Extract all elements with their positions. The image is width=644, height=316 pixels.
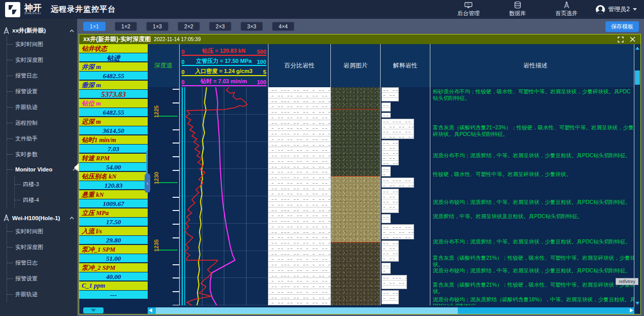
sidebar-item-label: 井眼轨迹: [15, 103, 38, 111]
sidebar-item-label: Monitor Video: [15, 166, 52, 172]
lithology-pattern-row: ⚊⚊ ⚊⚊⚊ ⚊⚊ ⚊⚊ ⚊ ⚊⚊ ⚊ ⚊ ⚊⚊ ⚊⚊⚊ ⚊⚊: [268, 295, 330, 300]
params-scrollbar[interactable]: [146, 151, 148, 175]
params-expand-button[interactable]: [83, 307, 104, 313]
legend-label: 钻时 = 7.03 min/m: [182, 78, 266, 85]
interp-lithology-bar-9: ⚊⚊ ⚊⚊⚊ ⚊⚊ ⚊⚊ ⚊ ⚊⚊ ⚊ ⚊ ⚊⚊ ⚊⚊⚊ ⚊⚊⚊ ⚊⚊ ⚊⚊ ⚊…: [382, 224, 414, 239]
scroll-up-icon[interactable]: [635, 47, 639, 50]
lithology-pattern-row: ⚊ ⚊⚊ ⚊⚊ ⚊⚊ ⚊ ⚊⚊ ⚊⚊ ⚊⚊ ⚊ ⚊⚊ ⚊⚊ ⚊: [382, 246, 398, 251]
param-label-5: 钻时1 min/m: [79, 135, 148, 145]
curve-wob: [185, 87, 247, 305]
cursor-tooltip: retfvtrey: [616, 278, 638, 285]
sidebar-item-报警日志[interactable]: 报警日志: [7, 68, 77, 84]
param-value-12: 40.00: [79, 272, 148, 282]
lithology-pattern-row: ⚊ ⚊⚊ ⚊⚊ ⚊⚊ ⚊ ⚊⚊ ⚊⚊ ⚊⚊ ⚊ ⚊⚊ ⚊⚊ ⚊: [268, 256, 330, 262]
lithology-description-8: 泥质分布较均；泥质胶结，中等。岩屑呈块状，少量豆粒状。具PDC钻头切削特征。: [433, 267, 635, 274]
lithology-pattern-row: ⚊⚊ ⚊⚊⚊ ⚊⚊ ⚊⚊ ⚊ ⚊⚊ ⚊ ⚊ ⚊⚊ ⚊⚊⚊ ⚊⚊: [382, 103, 390, 108]
column-header-cuttings-photo: 岩屑图片: [331, 44, 381, 87]
nav-database[interactable]: 数据库: [509, 2, 526, 17]
layout-button-1×2[interactable]: 1×2: [115, 22, 137, 31]
lithology-pattern-row: ⚊⚊ ⚊⚊⚊ ⚊⚊ ⚊⚊ ⚊ ⚊⚊ ⚊ ⚊ ⚊⚊ ⚊⚊⚊ ⚊⚊: [268, 229, 330, 235]
sidebar-item-四楼-3[interactable]: 四楼-3: [15, 177, 77, 192]
interp-lithology-bar-7: ⚊⚊ ⚊⚊⚊ ⚊⚊ ⚊⚊ ⚊ ⚊⚊ ⚊ ⚊ ⚊⚊ ⚊⚊⚊ ⚊⚊⚊ ⚊⚊ ⚊⚊ ⚊…: [382, 189, 399, 213]
param-label-7: 钻压别名 kN: [79, 172, 148, 181]
curve-track[interactable]: [180, 87, 268, 305]
nav-home-well-select[interactable]: 首页选井: [555, 2, 578, 17]
logo-en: SHENKAI: [24, 12, 42, 15]
sidebar-item-monitor-video[interactable]: Monitor Video: [7, 162, 77, 177]
nav-backend-management[interactable]: 后台管理: [457, 2, 480, 17]
lithology-pattern-row: ⚊⚊ ⚊⚊⚊ ⚊⚊ ⚊⚊ ⚊ ⚊⚊ ⚊ ⚊ ⚊⚊ ⚊⚊⚊ ⚊⚊: [268, 98, 330, 104]
lithology-pattern-row: ⚊ ⚊⚊ ⚊⚊ ⚊⚊ ⚊ ⚊⚊ ⚊⚊ ⚊⚊ ⚊ ⚊⚊ ⚊⚊ ⚊: [268, 93, 330, 98]
sidebar-item-报警设置[interactable]: 报警设置: [7, 271, 77, 287]
sidebar-item-远程控制[interactable]: 远程控制: [7, 115, 77, 131]
curve-inlet-density: [197, 87, 207, 305]
lithology-description-2: 泥质分布不均；泥质胶结，中等。岩屑呈块状，少量豆粒状。具PDC钻头切削特征。: [433, 152, 635, 159]
scroll-right-icon[interactable]: [630, 308, 633, 312]
sidebar-collapse-arrow-icon[interactable]: [74, 163, 79, 171]
lithology-pattern-row: ⚊ ⚊⚊ ⚊⚊ ⚊⚊ ⚊ ⚊⚊ ⚊⚊ ⚊⚊ ⚊ ⚊⚊ ⚊⚊ ⚊: [268, 267, 330, 273]
sidebar-item-实时深度图[interactable]: 实时深度图: [7, 239, 77, 255]
params-collapse-handle[interactable]: ‹: [145, 173, 150, 193]
panel-timestamp: 2022-11-14 17:05:39: [154, 37, 200, 42]
param-label-1: 井深 m: [79, 62, 148, 72]
sidebar-well-group-0[interactable]: xx井(新井眼): [0, 25, 77, 37]
horizontal-scroll-thumb[interactable]: [156, 307, 458, 314]
param-label-11: 泵冲_1 SPM: [79, 245, 148, 254]
sidebar-item-四楼-4[interactable]: 四楼-4: [15, 192, 77, 208]
sidebar-item-label: 报警设置: [15, 275, 38, 283]
user-menu[interactable]: 管理员2: [596, 5, 637, 14]
curve-legend: 0钻压 = 120.83 kN5000立管压力 = 17.50 MPa1000入…: [180, 44, 268, 87]
chevron-up-icon: [70, 29, 74, 32]
layout-button-1×1[interactable]: 1×1: [83, 22, 106, 31]
vertical-scrollbar[interactable]: [634, 44, 640, 307]
param-value-5: 7.03: [79, 145, 148, 154]
sidebar-item-报警设置[interactable]: 报警设置: [7, 84, 77, 99]
sidebar-item-label: 报警日志: [15, 259, 38, 267]
derrick-icon: [3, 27, 10, 34]
lithology-pattern-row: ⚊⚊ ⚊⚊⚊ ⚊⚊ ⚊⚊ ⚊ ⚊⚊ ⚊ ⚊ ⚊⚊ ⚊⚊⚊ ⚊⚊: [268, 218, 330, 224]
interp-lithology-bar-13: ⚊⚊ ⚊⚊⚊ ⚊⚊ ⚊⚊ ⚊ ⚊⚊ ⚊ ⚊ ⚊⚊ ⚊⚊⚊ ⚊⚊⚊ ⚊⚊ ⚊⚊ ⚊…: [382, 290, 399, 304]
close-icon[interactable]: [630, 37, 635, 42]
sidebar-well-group-1[interactable]: Wei-H100(Hole-1): [0, 212, 77, 224]
sidebar-item-实时时间图[interactable]: 实时时间图: [7, 224, 77, 239]
lithology-pattern-row: ⚊ ⚊⚊ ⚊⚊ ⚊⚊ ⚊ ⚊⚊ ⚊⚊ ⚊⚊ ⚊ ⚊⚊ ⚊⚊ ⚊: [268, 224, 330, 229]
sidebar-item-井眼轨迹[interactable]: 井眼轨迹: [7, 287, 77, 302]
lithology-pattern-row: ⚊ ⚊⚊ ⚊⚊ ⚊⚊ ⚊ ⚊⚊ ⚊⚊ ⚊⚊ ⚊ ⚊⚊ ⚊⚊ ⚊: [268, 136, 330, 142]
scroll-down-icon[interactable]: [635, 302, 639, 305]
scroll-left-icon[interactable]: [149, 308, 152, 312]
layout-button-2×3[interactable]: 2×3: [209, 22, 231, 31]
depth-minor-tick: [173, 197, 179, 198]
sidebar-item-实时深度图[interactable]: 实时深度图: [7, 52, 77, 68]
lithology-pattern-row: ⚊⚊ ⚊⚊⚊ ⚊⚊ ⚊⚊ ⚊ ⚊⚊ ⚊ ⚊ ⚊⚊ ⚊⚊⚊ ⚊⚊: [382, 151, 398, 156]
sidebar-item-label: 四楼-4: [23, 196, 39, 204]
sidebar-item-文件助手[interactable]: 文件助手: [7, 131, 77, 147]
horizontal-scrollbar[interactable]: [148, 307, 634, 314]
sidebar-item-井眼轨迹[interactable]: 井眼轨迹: [7, 99, 77, 115]
tree-connector: [7, 91, 13, 92]
save-template-button[interactable]: 保存模板: [605, 21, 639, 32]
sidebar-item-报警日志[interactable]: 报警日志: [7, 255, 77, 271]
lithology-pattern-row: ⚊⚊ ⚊⚊⚊ ⚊⚊ ⚊⚊ ⚊ ⚊⚊ ⚊ ⚊ ⚊⚊ ⚊⚊⚊ ⚊⚊: [268, 207, 330, 213]
console-icon: [464, 2, 472, 9]
depth-minor-tick: [173, 291, 179, 292]
lithology-pattern-row: ⚊⚊ ⚊⚊⚊ ⚊⚊ ⚊⚊ ⚊ ⚊⚊ ⚊ ⚊ ⚊⚊ ⚊⚊⚊ ⚊⚊: [268, 164, 330, 169]
column-header-percent-lithology: 百分比岩性: [268, 44, 331, 87]
layout-button-1×3[interactable]: 1×3: [146, 22, 168, 31]
lithology-pattern-row: ⚊ ⚊⚊ ⚊⚊ ⚊⚊ ⚊ ⚊⚊ ⚊⚊ ⚊⚊ ⚊ ⚊⚊ ⚊⚊ ⚊: [268, 202, 330, 207]
layout-button-2×2[interactable]: 2×2: [178, 22, 200, 31]
panel-title: xx井(新井眼)-实时深度图: [83, 35, 151, 44]
lithology-pattern-row: ⚊⚊ ⚊⚊⚊ ⚊⚊ ⚊⚊ ⚊ ⚊⚊ ⚊ ⚊ ⚊⚊ ⚊⚊⚊ ⚊⚊: [382, 167, 390, 172]
legend-label: 钻压 = 120.83 kN: [182, 47, 266, 55]
lithology-pattern-row: ⚊ ⚊⚊ ⚊⚊ ⚊⚊ ⚊ ⚊⚊ ⚊⚊ ⚊⚊ ⚊ ⚊⚊ ⚊⚊ ⚊: [268, 213, 330, 218]
vertical-scroll-thumb[interactable]: [635, 71, 640, 85]
fullscreen-icon[interactable]: [618, 37, 624, 43]
user-avatar-icon: [596, 5, 605, 14]
lithology-pattern-row: ⚊ ⚊⚊ ⚊⚊ ⚊⚊ ⚊ ⚊⚊ ⚊⚊ ⚊⚊ ⚊ ⚊⚊ ⚊⚊ ⚊: [382, 134, 414, 139]
lithology-pattern-row: ⚊ ⚊⚊ ⚊⚊ ⚊⚊ ⚊ ⚊⚊ ⚊⚊ ⚊⚊ ⚊ ⚊⚊ ⚊⚊ ⚊: [268, 278, 330, 284]
param-label-10: 入流 l/s: [79, 227, 148, 236]
tree-connector: [7, 123, 13, 123]
layout-button-3×3[interactable]: 3×3: [241, 22, 263, 31]
sidebar-item-实时参数[interactable]: 实时参数: [7, 147, 77, 162]
layout-button-4×4[interactable]: 4×4: [272, 22, 294, 31]
sidebar-item-实时时间图[interactable]: 实时时间图: [7, 37, 77, 52]
